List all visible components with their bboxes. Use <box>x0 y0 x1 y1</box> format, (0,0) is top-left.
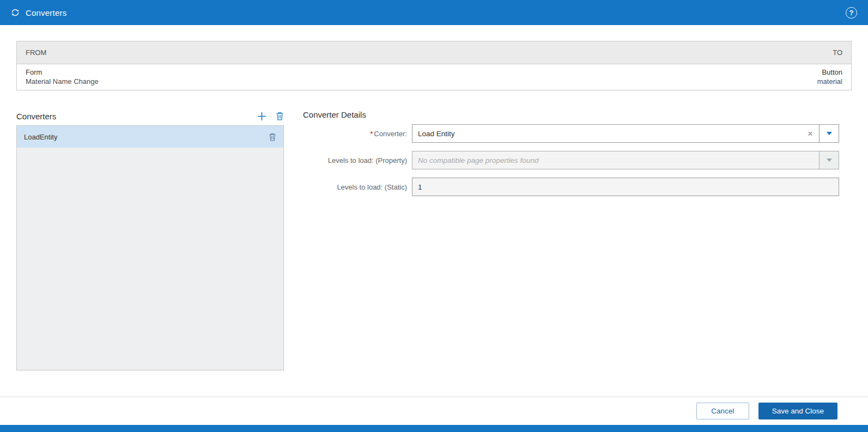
levels-static-label: Levels to load: (Static) <box>303 183 412 191</box>
add-converter-button[interactable] <box>257 112 266 121</box>
required-marker: * <box>370 130 373 138</box>
levels-property-field-row: Levels to load: (Property) <box>303 151 839 169</box>
main-content: FROM TO Form Material Name Change Button… <box>0 25 868 397</box>
page-title: Converters <box>26 8 66 17</box>
from-to-table: FROM TO Form Material Name Change Button… <box>16 41 852 90</box>
levels-static-input[interactable] <box>412 178 839 196</box>
levels-property-dropdown-button <box>820 151 839 169</box>
converter-list-item[interactable]: LoadEntity <box>17 126 283 148</box>
levels-static-field-row: Levels to load: (Static) <box>303 178 839 196</box>
mapping-from-cell: Form Material Name Change <box>26 68 99 86</box>
to-column-header: TO <box>833 48 842 57</box>
converter-list[interactable]: LoadEntity <box>16 125 284 370</box>
converters-panel: Converters <box>16 110 284 370</box>
mapping-table-row[interactable]: Form Material Name Change Button materia… <box>17 64 851 90</box>
dialog-footer: Cancel Save and Close <box>0 397 868 425</box>
trash-icon <box>276 112 284 120</box>
levels-property-control <box>412 151 839 169</box>
delete-converter-button[interactable] <box>276 112 284 120</box>
mapping-to-cell: Button material <box>817 68 842 86</box>
converters-icon <box>11 8 20 17</box>
to-type: Button <box>817 68 842 77</box>
bottom-accent-strip <box>0 425 868 432</box>
converter-field-row: *Converter: × <box>303 124 839 143</box>
converters-panel-actions <box>257 112 284 121</box>
converters-dialog: Converters ? FROM TO Form Material Name … <box>0 0 868 432</box>
trash-icon <box>269 133 276 141</box>
converter-field-label: *Converter: <box>303 130 412 138</box>
from-name: Material Name Change <box>26 77 99 86</box>
converters-panel-header: Converters <box>16 110 284 122</box>
converters-panel-title: Converters <box>16 112 56 121</box>
levels-property-combobox <box>412 151 820 169</box>
plus-icon <box>257 112 266 121</box>
title-bar: Converters ? <box>0 0 868 25</box>
clear-icon[interactable]: × <box>802 129 819 138</box>
cancel-button[interactable]: Cancel <box>696 403 749 419</box>
converter-details-title: Converter Details <box>303 110 839 119</box>
save-and-close-button[interactable]: Save and Close <box>758 403 837 419</box>
chevron-down-icon <box>827 159 832 162</box>
converter-field-control: × <box>412 124 839 143</box>
converter-details-panel: Converter Details *Converter: × <box>303 110 852 370</box>
chevron-down-icon <box>827 132 832 135</box>
from-column-header: FROM <box>26 48 46 57</box>
levels-property-input <box>412 151 819 169</box>
delete-converter-row-button[interactable] <box>269 133 276 141</box>
converter-input[interactable] <box>412 125 802 142</box>
from-type: Form <box>26 68 99 77</box>
to-name: material <box>817 77 842 86</box>
converter-item-label: LoadEntity <box>24 133 57 141</box>
converter-combobox: × <box>412 124 820 143</box>
help-icon[interactable]: ? <box>846 7 857 19</box>
from-to-table-header: FROM TO <box>17 41 851 64</box>
levels-static-control <box>412 178 839 196</box>
levels-property-label: Levels to load: (Property) <box>303 156 412 165</box>
panels-row: Converters <box>16 110 852 370</box>
converter-dropdown-button[interactable] <box>820 124 839 143</box>
